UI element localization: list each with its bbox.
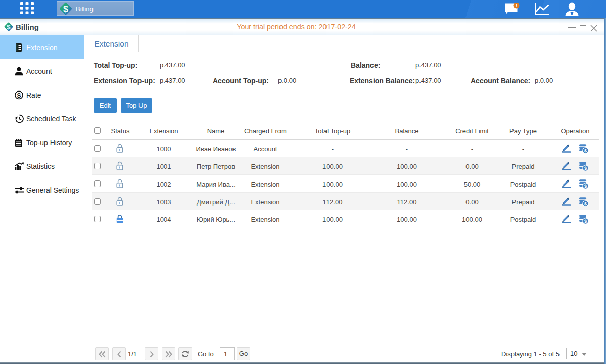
svg-text:!: ! — [516, 3, 517, 8]
svg-text:$: $ — [7, 23, 11, 31]
svg-text:S: S — [17, 92, 21, 99]
svg-text:$: $ — [63, 4, 68, 14]
